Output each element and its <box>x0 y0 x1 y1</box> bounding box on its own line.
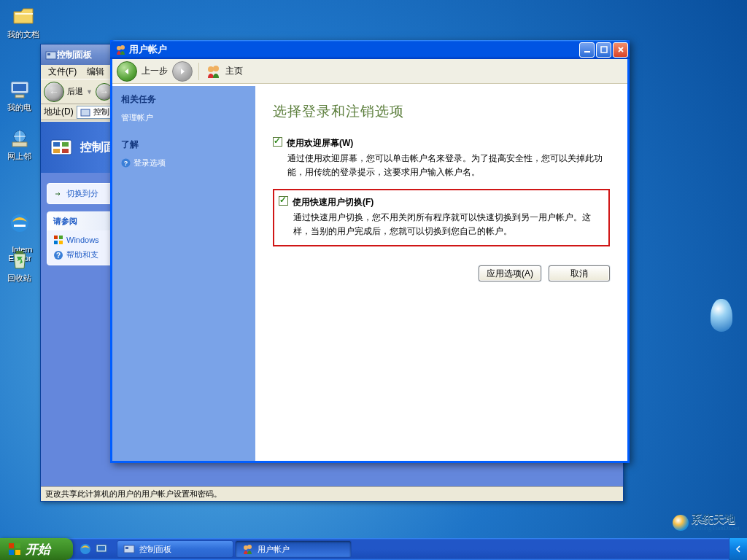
svg-rect-7 <box>47 53 50 55</box>
svg-rect-1 <box>13 84 26 91</box>
control-panel-icon <box>123 543 135 555</box>
option-fast-user-switching: 使用快速用户切换(F) 通过快速用户切换，您不用关闭所有程序就可以快速切换到另一… <box>279 196 604 238</box>
svg-rect-34 <box>98 546 105 551</box>
learn-about-header: 了解 <box>121 139 247 151</box>
link-label: Windows <box>66 236 99 244</box>
menu-edit[interactable]: 编辑 <box>82 64 109 79</box>
forward-button <box>172 61 193 82</box>
svg-rect-13 <box>62 149 69 153</box>
titlebar-user-accounts[interactable]: 用户帐户 <box>110 40 630 59</box>
taskbar-tasks: 控制面板 用户帐户 <box>114 538 729 560</box>
checkbox-welcome-screen[interactable] <box>273 137 282 147</box>
ie-icon[interactable] <box>79 542 92 556</box>
window-user-accounts: 用户帐户 上一步 主页 相关任务 管理帐户 了解 ? 登录选项 <box>110 40 630 463</box>
watermark-text: 系统天地 <box>692 513 740 526</box>
user-accounts-icon <box>241 543 253 555</box>
user-accounts-icon <box>115 44 126 55</box>
svg-text:?: ? <box>56 252 61 260</box>
checkbox-fast-user-switching[interactable] <box>279 196 288 206</box>
status-bar: 更改共享此计算机的用户的用户帐户设置和密码。 <box>41 486 623 501</box>
desktop-icon-recycle-bin[interactable]: 回收站 <box>7 248 31 284</box>
minimize-icon <box>584 46 591 53</box>
show-desktop-icon[interactable] <box>95 542 108 556</box>
link-label: 帮助和支 <box>66 249 98 260</box>
svg-rect-10 <box>53 142 60 147</box>
cancel-button[interactable]: 取消 <box>549 265 610 281</box>
link-label: 管理帐户 <box>121 112 153 123</box>
taskbar-item-label: 用户帐户 <box>258 544 290 555</box>
svg-point-5 <box>11 214 28 232</box>
related-tasks-header: 相关任务 <box>121 93 247 106</box>
link-label: 登录选项 <box>133 158 166 168</box>
option-description: 通过使用欢迎屏幕，您可以单击帐户名来登录。为了提高安全性，您可以关掉此功能，用传… <box>287 152 610 179</box>
svg-point-20 <box>117 46 121 50</box>
apply-options-button[interactable]: 应用选项(A) <box>479 265 541 281</box>
minimize-button[interactable] <box>579 42 595 58</box>
svg-rect-14 <box>54 236 58 239</box>
option-description: 通过快速用户切换，您不用关闭所有程序就可以快速切换到另一用户帐户。这样，当别的用… <box>293 211 604 238</box>
taskbar-item-control-panel[interactable]: 控制面板 <box>117 540 233 558</box>
arrow-left-icon <box>122 66 132 77</box>
svg-rect-17 <box>59 241 63 244</box>
link-label: 切换到分 <box>66 188 98 199</box>
page-heading: 选择登录和注销选项 <box>273 102 610 121</box>
control-panel-icon <box>80 107 90 117</box>
svg-point-32 <box>80 544 90 554</box>
bg-water-drop <box>711 299 732 332</box>
address-label: 地址(D) <box>44 106 74 118</box>
user-accounts-toolbar: 上一步 主页 <box>112 59 627 84</box>
windows-icon <box>53 235 63 245</box>
taskbar-item-user-accounts[interactable]: 用户帐户 <box>235 540 352 558</box>
svg-point-21 <box>120 45 125 50</box>
svg-rect-30 <box>9 550 14 555</box>
desktop-icon-my-documents[interactable]: 我的文档 <box>7 4 39 40</box>
recycle-bin-icon <box>8 248 31 271</box>
system-tray[interactable] <box>729 538 747 560</box>
watermark-logo-icon <box>673 515 689 531</box>
arrow-icon <box>53 189 63 199</box>
desktop-icon-network[interactable]: 网上邻 <box>7 126 31 162</box>
users-icon <box>205 63 221 79</box>
nav-back-label: 后退 <box>67 86 83 97</box>
help-icon: ? <box>53 250 63 260</box>
svg-rect-29 <box>15 543 20 548</box>
back-button[interactable] <box>117 61 137 82</box>
svg-point-38 <box>247 545 252 549</box>
home-label[interactable]: 主页 <box>225 65 243 77</box>
nav-back-button[interactable]: ← <box>44 82 64 102</box>
menu-file[interactable]: 文件(F) <box>44 64 81 79</box>
close-button[interactable] <box>613 42 628 58</box>
network-places-icon <box>8 126 31 149</box>
svg-rect-15 <box>59 236 63 239</box>
window-title: 用户帐户 <box>129 43 167 56</box>
taskbar-item-label: 控制面板 <box>139 544 171 555</box>
start-label: 开始 <box>26 541 50 558</box>
help-icon: ? <box>121 158 131 168</box>
svg-rect-31 <box>15 550 20 555</box>
desktop-icon-label: 网上邻 <box>7 152 31 160</box>
user-accounts-sidebar: 相关任务 管理帐户 了解 ? 登录选项 <box>112 86 255 461</box>
svg-rect-11 <box>62 142 69 147</box>
maximize-button[interactable] <box>596 42 611 58</box>
computer-icon <box>8 77 31 101</box>
desktop-icon-my-computer[interactable]: 我的电 <box>7 77 31 113</box>
watermark-sub: XiTongTianDi.net <box>692 525 740 532</box>
link-logon-options[interactable]: ? 登录选项 <box>121 155 247 171</box>
folder-icon <box>12 4 35 28</box>
arrow-right-icon <box>177 66 187 77</box>
highlighted-option-box: 使用快速用户切换(F) 通过快速用户切换，您不用关闭所有程序就可以快速切换到另一… <box>273 189 610 246</box>
quick-launch <box>73 538 114 560</box>
windows-flag-icon <box>7 542 22 556</box>
back-label: 上一步 <box>142 65 168 77</box>
tray-chevron-icon[interactable] <box>735 542 741 556</box>
svg-rect-16 <box>54 241 58 244</box>
option-title: 使用欢迎屏幕(W) <box>287 137 353 149</box>
separator <box>198 63 199 80</box>
status-text: 更改共享此计算机的用户的用户帐户设置和密码。 <box>45 489 222 498</box>
start-button[interactable]: 开始 <box>0 538 73 560</box>
link-manage-accounts[interactable]: 管理帐户 <box>121 110 247 125</box>
option-welcome-screen: 使用欢迎屏幕(W) 通过使用欢迎屏幕，您可以单击帐户名来登录。为了提高安全性，您… <box>273 137 610 179</box>
svg-rect-22 <box>584 51 590 52</box>
svg-point-24 <box>208 66 214 72</box>
user-accounts-main: 选择登录和注销选项 使用欢迎屏幕(W) 通过使用欢迎屏幕，您可以单击帐户名来登录… <box>255 86 627 461</box>
